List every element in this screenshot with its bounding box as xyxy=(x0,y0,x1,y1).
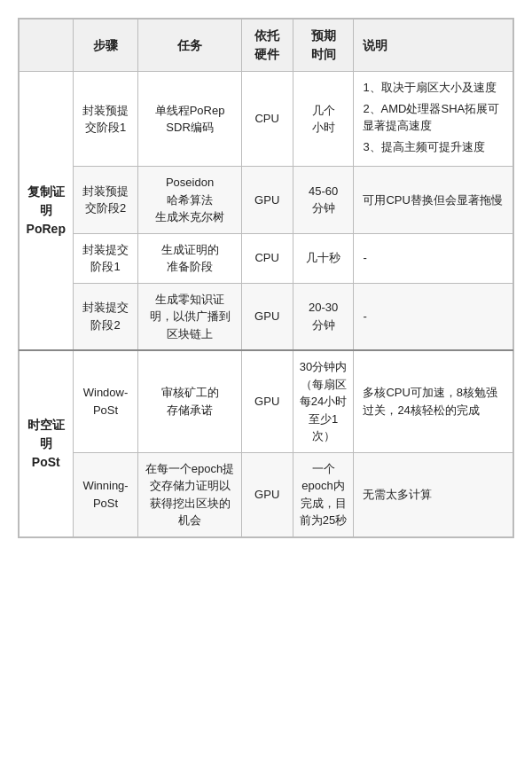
section-label: 复制证明PoRep xyxy=(20,72,74,351)
note-cell: 多核CPU可加速，8核勉强过关，24核轻松的完成 xyxy=(354,350,513,452)
time-cell: 30分钟内（每扇区每24小时至少1次） xyxy=(293,350,354,452)
task-cell: Poseidon哈希算法生成米克尔树 xyxy=(138,167,241,234)
step-cell: 封装提交阶段2 xyxy=(73,283,138,350)
task-cell: 单线程PoRepSDR编码 xyxy=(138,72,241,167)
hw-cell: GPU xyxy=(241,283,293,350)
hw-cell: GPU xyxy=(241,350,293,452)
note-item: 2、AMD处理器SHA拓展可显著提高速度 xyxy=(363,100,507,135)
task-cell: 审核矿工的存储承诺 xyxy=(138,350,241,452)
step-cell: 封装预提交阶段2 xyxy=(73,167,138,234)
time-cell: 一个epoch内完成，目前为25秒 xyxy=(293,452,354,536)
header-time: 预期时间 xyxy=(293,20,354,72)
step-cell: 封装提交阶段1 xyxy=(73,233,138,283)
time-cell: 几个小时 xyxy=(293,72,354,167)
header-hw: 依托硬件 xyxy=(241,20,293,72)
time-cell: 几十秒 xyxy=(293,233,354,283)
header-step: 步骤 xyxy=(73,20,138,72)
step-cell: Window-PoSt xyxy=(73,350,138,452)
note-cell: 无需太多计算 xyxy=(354,452,513,536)
note-cell: - xyxy=(354,283,513,350)
header-section xyxy=(20,20,74,72)
time-cell: 45-60分钟 xyxy=(293,167,354,234)
header-task: 任务 xyxy=(138,20,241,72)
hw-cell: GPU xyxy=(241,167,293,234)
time-cell: 20-30分钟 xyxy=(293,283,354,350)
hw-cell: GPU xyxy=(241,452,293,536)
step-cell: 封装预提交阶段1 xyxy=(73,72,138,167)
hw-cell: CPU xyxy=(241,233,293,283)
task-cell: 生成证明的准备阶段 xyxy=(138,233,241,283)
note-cell: 1、取决于扇区大小及速度2、AMD处理器SHA拓展可显著提高速度3、提高主频可提… xyxy=(354,72,513,167)
step-cell: Winning-PoSt xyxy=(73,452,138,536)
task-cell: 生成零知识证明，以供广播到区块链上 xyxy=(138,283,241,350)
note-cell: - xyxy=(354,233,513,283)
note-cell: 可用CPU替换但会显著拖慢 xyxy=(354,167,513,234)
hw-cell: CPU xyxy=(241,72,293,167)
section-label: 时空证明PoSt xyxy=(20,350,74,536)
note-item: 1、取决于扇区大小及速度 xyxy=(363,79,507,97)
task-cell: 在每一个epoch提交存储力证明以获得挖出区块的机会 xyxy=(138,452,241,536)
main-table: 步骤 任务 依托硬件 预期时间 说明 复制证明PoRep封装预提交阶段1单线程P… xyxy=(18,18,514,538)
note-item: 3、提高主频可提升速度 xyxy=(363,138,507,156)
header-note: 说明 xyxy=(354,20,513,72)
